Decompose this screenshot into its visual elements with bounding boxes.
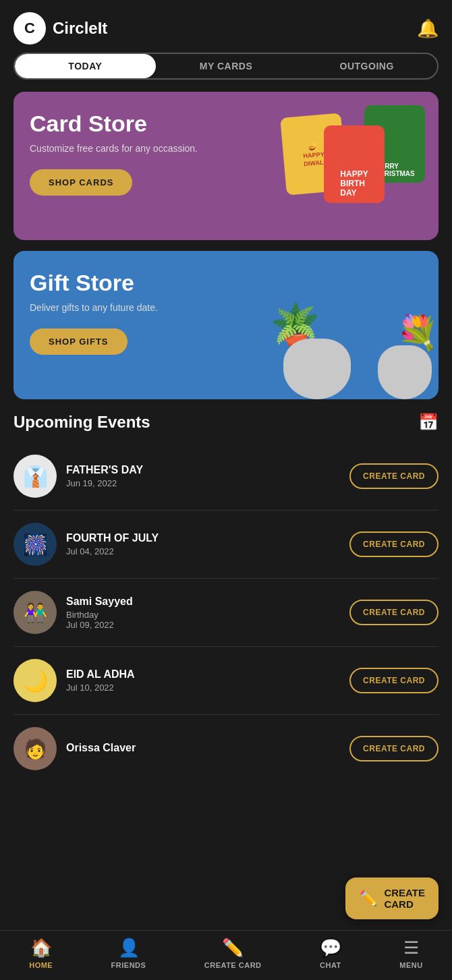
- tab-my-cards[interactable]: MY CARDS: [156, 54, 297, 78]
- tab-bar: TODAY MY CARDS OUTGOING: [13, 53, 439, 80]
- bottom-navigation: 🏠 HOME 👤 FRIENDS ✏️ CREATE CARD 💬 CHAT ☰…: [0, 930, 452, 980]
- floating-create-card-button[interactable]: ✏️ CREATECARD: [345, 877, 439, 919]
- card-preview-birthday: HAPPYBIRTHDAY: [324, 125, 385, 203]
- floating-create-icon: ✏️: [359, 890, 377, 907]
- create-card-btn-sami[interactable]: CREATE CARD: [349, 600, 439, 625]
- event-name-fathers-day: FATHER'S DAY: [66, 464, 340, 476]
- event-date-eid: Jul 10, 2022: [66, 683, 340, 693]
- floating-create-label: CREATECARD: [384, 887, 425, 910]
- event-avatar-eid: 🌙: [13, 659, 57, 702]
- header-left: C CircleIt: [13, 12, 107, 45]
- nav-home[interactable]: 🏠 HOME: [29, 938, 53, 969]
- chat-icon: 💬: [320, 938, 341, 958]
- event-item-sami: 👫 Sami Sayyed Birthday Jul 09, 2022 CREA…: [13, 579, 439, 647]
- event-info-orissa: Orissa Claver: [66, 742, 340, 756]
- app-title: CircleIt: [53, 19, 107, 38]
- event-avatar-fourth-july: 🎆: [13, 523, 57, 566]
- event-avatar-fathers-day: 👔: [13, 455, 57, 498]
- event-date-fathers-day: Jun 19, 2022: [66, 478, 340, 488]
- nav-menu[interactable]: ☰ MENU: [399, 938, 422, 969]
- pot2: [378, 345, 432, 399]
- nav-friends[interactable]: 👤 FRIENDS: [111, 938, 146, 969]
- event-item-fathers-day: 👔 FATHER'S DAY Jun 19, 2022 CREATE CARD: [13, 442, 439, 511]
- home-icon: 🏠: [30, 938, 52, 958]
- event-info-fourth-july: FOURTH OF JULY Jul 04, 2022: [66, 532, 340, 556]
- upcoming-events-title: Upcoming Events: [13, 413, 150, 432]
- event-list: 👔 FATHER'S DAY Jun 19, 2022 CREATE CARD …: [0, 442, 452, 782]
- create-card-btn-eid[interactable]: CREATE CARD: [349, 668, 439, 693]
- event-avatar-orissa: 🧑: [13, 727, 57, 770]
- app-logo: C: [13, 12, 46, 45]
- nav-create-card[interactable]: ✏️ CREATE CARD: [204, 938, 262, 969]
- upcoming-events-header: Upcoming Events 📅: [0, 413, 452, 432]
- create-card-nav-icon: ✏️: [222, 938, 244, 958]
- calendar-icon[interactable]: 📅: [418, 413, 439, 432]
- shop-gifts-button[interactable]: SHOP GIFTS: [30, 328, 128, 355]
- event-info-fathers-day: FATHER'S DAY Jun 19, 2022: [66, 464, 340, 488]
- event-name-fourth-july: FOURTH OF JULY: [66, 532, 340, 544]
- nav-home-label: HOME: [29, 961, 53, 969]
- event-name-eid: EID AL ADHA: [66, 668, 340, 681]
- notification-bell-icon[interactable]: 🔔: [417, 18, 439, 39]
- nav-chat[interactable]: 💬 CHAT: [320, 938, 341, 969]
- event-date-sami: Jul 09, 2022: [66, 620, 340, 630]
- nav-menu-label: MENU: [399, 961, 422, 969]
- event-name-orissa: Orissa Claver: [66, 742, 340, 754]
- pot1: [283, 339, 351, 399]
- event-info-sami: Sami Sayyed Birthday Jul 09, 2022: [66, 596, 340, 630]
- event-item-orissa: 🧑 Orissa Claver CREATE CARD: [13, 715, 439, 782]
- shop-cards-button[interactable]: SHOP CARDS: [30, 169, 132, 196]
- nav-friends-label: FRIENDS: [111, 961, 146, 969]
- card-previews: 🪔HAPPYDIWALI HAPPYBIRTHDAY 🦌MERRYCHRISTM…: [283, 102, 432, 237]
- tab-today[interactable]: TODAY: [15, 54, 156, 78]
- event-type-sami: Birthday: [66, 610, 340, 620]
- create-card-btn-fourth-july[interactable]: CREATE CARD: [349, 531, 439, 557]
- card-store-banner: Card Store Customize free cards for any …: [13, 92, 439, 240]
- gift-store-illustration: 🪴 💐: [270, 258, 439, 399]
- event-avatar-sami: 👫: [13, 591, 57, 634]
- header: C CircleIt 🔔: [0, 0, 452, 53]
- tab-outgoing[interactable]: OUTGOING: [296, 54, 437, 78]
- nav-create-card-label: CREATE CARD: [204, 961, 262, 969]
- nav-chat-label: CHAT: [320, 961, 341, 969]
- create-card-btn-orissa[interactable]: CREATE CARD: [349, 736, 439, 761]
- menu-icon: ☰: [403, 938, 419, 958]
- friends-icon: 👤: [118, 938, 140, 958]
- event-date-fourth-july: Jul 04, 2022: [66, 546, 340, 556]
- event-item-fourth-july: 🎆 FOURTH OF JULY Jul 04, 2022 CREATE CAR…: [13, 511, 439, 579]
- gift-store-banner: Gift Store Deliver gifts to any future d…: [13, 251, 439, 399]
- event-item-eid: 🌙 EID AL ADHA Jul 10, 2022 CREATE CARD: [13, 647, 439, 715]
- create-card-btn-fathers-day[interactable]: CREATE CARD: [349, 463, 439, 489]
- event-name-sami: Sami Sayyed: [66, 596, 340, 608]
- event-info-eid: EID AL ADHA Jul 10, 2022: [66, 668, 340, 693]
